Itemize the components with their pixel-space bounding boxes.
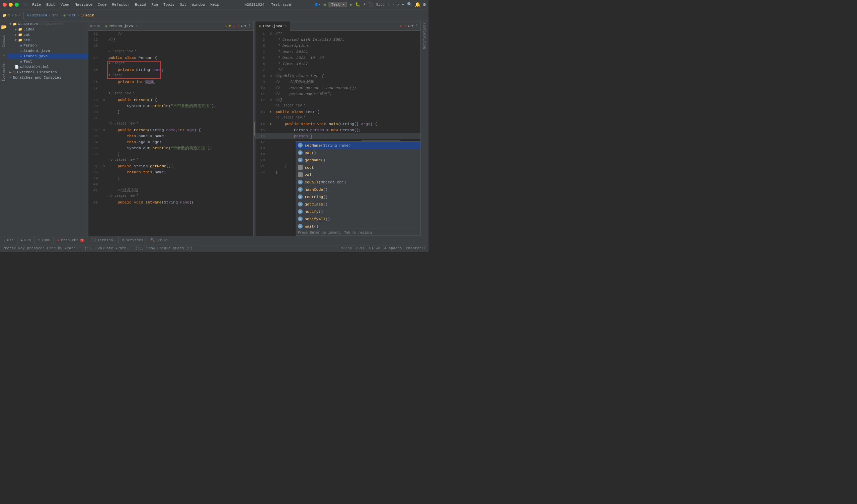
menu-git[interactable]: Git: [178, 3, 188, 7]
breadcrumb-method[interactable]: main: [85, 13, 94, 17]
charset[interactable]: UTF-8: [369, 246, 380, 250]
breadcrumb-class[interactable]: Test: [67, 13, 75, 17]
main-layout: 📂 Commit ≡ Bookmarks ▼ 📁 w20231024 D:\ja…: [0, 21, 428, 236]
sidebar-item-idea[interactable]: ▶ 📁 .idea: [8, 27, 88, 32]
sort-icon[interactable]: ⇅: [11, 13, 13, 17]
up-nav-icon[interactable]: ▲: [408, 24, 410, 28]
run-config[interactable]: Test ▾: [329, 2, 347, 7]
sidebar-item-scratches[interactable]: ✏ Scratches and Consoles: [8, 75, 88, 80]
menu-build[interactable]: Build: [133, 3, 148, 7]
bottom-tab-todo[interactable]: ☑ TODO: [34, 236, 54, 244]
split-vert-icon[interactable]: ⊞: [97, 24, 100, 28]
project-panel-icon[interactable]: 📂: [0, 23, 8, 31]
sidebar-item-tearch[interactable]: ☕ Tearch.java: [8, 53, 88, 59]
new-tab-icon[interactable]: ⊞: [90, 24, 93, 28]
project-icon[interactable]: 📁: [3, 13, 7, 17]
git-check2[interactable]: ✓: [392, 2, 395, 7]
config-icon[interactable]: ⚙: [15, 13, 17, 17]
tab-person[interactable]: ◉ Person.java ✕: [102, 21, 141, 31]
expand-icon: ▶: [10, 70, 11, 74]
menu-file[interactable]: File: [30, 3, 43, 7]
git-revert[interactable]: ↩: [402, 2, 404, 7]
iml-icon: 📄: [15, 65, 19, 69]
breadcrumb-project[interactable]: w20231024: [27, 13, 47, 17]
down-nav-icon[interactable]: ▼: [244, 24, 246, 28]
sidebar-item-test[interactable]: ◉ Test: [8, 59, 88, 64]
git-push[interactable]: ↗: [397, 2, 399, 7]
ac-item-wait[interactable]: m wait(): [296, 222, 420, 230]
menu-help[interactable]: Help: [208, 3, 221, 7]
tab-close-icon[interactable]: ✕: [136, 24, 137, 28]
bottom-tab-git[interactable]: ⑂ Git: [0, 236, 17, 244]
sidebar-item-external[interactable]: ▶ ⬡ External Libraries: [8, 70, 88, 75]
sidebar-item-iml[interactable]: 📄 w20231024.iml: [8, 64, 88, 70]
down-nav-icon[interactable]: ▼: [411, 24, 414, 28]
ac-item-setname[interactable]: m setName(String name) void: [296, 141, 420, 149]
sidebar-item-person[interactable]: ◉ Person: [8, 43, 88, 48]
stop-icon[interactable]: ⬛: [368, 2, 373, 7]
coverage-icon[interactable]: ⚡: [363, 2, 365, 7]
minimize-button[interactable]: [9, 3, 13, 7]
tab-test[interactable]: ◉ Test.java ✕: [255, 21, 290, 31]
menu-tools[interactable]: Tools: [161, 3, 177, 7]
method-icon: m: [298, 150, 303, 155]
bottom-tab-run[interactable]: ▶ Run: [17, 236, 34, 244]
ac-item-eat[interactable]: m eat() void: [296, 149, 420, 156]
sidebar-item-project[interactable]: ▼ 📁 w20231024 D:\javacode\: [8, 21, 88, 27]
ac-item-notifyall[interactable]: m notifyAll() void: [296, 215, 420, 222]
notifications-label[interactable]: Notifications: [423, 23, 426, 49]
menu-view[interactable]: View: [58, 3, 71, 7]
ac-item-val[interactable]: — val lombok.val name = expr: [296, 171, 420, 179]
commit-label[interactable]: Commit: [1, 34, 7, 49]
profile-icon[interactable]: 👤▾: [314, 3, 320, 7]
ac-item-equals[interactable]: m equals(Object obj) boolean: [296, 179, 420, 186]
close-button[interactable]: [3, 3, 7, 7]
collapse-icon[interactable]: ⊟: [8, 13, 10, 17]
git-check1[interactable]: ✓: [387, 2, 390, 7]
ac-item-notify[interactable]: m notify() void: [296, 208, 420, 215]
code-line-42: 42 public void setName(String name){: [88, 200, 253, 205]
bookmarks-label[interactable]: Bookmarks: [1, 62, 7, 83]
autocomplete-dropdown[interactable]: m setName(String name) void m eat() void…: [296, 141, 420, 236]
sidebar-item-student[interactable]: ☕ Student.java: [8, 48, 88, 53]
ac-item-hashcode[interactable]: m hashCode() int: [296, 186, 420, 193]
maximize-button[interactable]: [15, 3, 19, 7]
search-icon[interactable]: 🔍: [407, 2, 412, 7]
debug-icon[interactable]: 🐛: [355, 2, 360, 7]
bottom-tab-services[interactable]: ⚙ Services: [119, 236, 147, 244]
tab-close-icon[interactable]: ✕: [285, 24, 287, 28]
structure-icon[interactable]: ≡: [1, 51, 6, 59]
notification-icon[interactable]: 🔔: [415, 2, 420, 7]
bottom-tab-build[interactable]: 🔨 Build: [147, 236, 171, 244]
settings-icon[interactable]: ⚙: [423, 2, 426, 7]
close-sidebar-icon[interactable]: ✕: [18, 13, 20, 17]
code-line-39: 39 }: [88, 175, 253, 181]
menu-run[interactable]: Run: [149, 3, 160, 7]
up-nav-icon[interactable]: ▲: [241, 24, 243, 28]
bottom-tab-terminal[interactable]: ⬛ Terminal: [88, 236, 119, 244]
more-icon[interactable]: ⋮: [248, 24, 251, 28]
line-col[interactable]: 16:16: [341, 246, 352, 250]
line-ending[interactable]: CRLF: [356, 246, 365, 250]
code-line-r9: 9 // //实例化对象: [255, 79, 420, 85]
left-code-area[interactable]: 21 // 22 //} 23: [88, 31, 253, 236]
sidebar-item-src[interactable]: ▼ 📁 src: [8, 37, 88, 43]
split-icon[interactable]: ⊟: [94, 24, 97, 28]
indent[interactable]: 4 spaces: [384, 246, 402, 250]
menu-refactor[interactable]: Refactor: [110, 3, 132, 7]
sidebar-item-out[interactable]: ▶ 📁 out: [8, 32, 88, 37]
back-icon[interactable]: ◀: [323, 2, 326, 7]
bottom-tab-problems[interactable]: ● Problems 1: [54, 236, 88, 244]
breadcrumb-src[interactable]: src: [52, 13, 58, 17]
ac-item-getclass[interactable]: m getClass() Class<? extends Person>: [296, 200, 420, 208]
run-button[interactable]: ▶: [350, 2, 353, 7]
more-icon[interactable]: ⋮: [415, 24, 418, 28]
right-code-area[interactable]: 1 ⊙ /** 2 * Created with IntelliJ IDEA. …: [255, 31, 420, 236]
ac-item-sout[interactable]: — sout System.out.println(expr): [296, 164, 420, 171]
ac-item-tostring[interactable]: m toString() String: [296, 193, 420, 200]
menu-code[interactable]: Code: [96, 3, 108, 7]
menu-navigate[interactable]: Navigate: [73, 3, 95, 7]
ac-item-getname[interactable]: m getName() String: [296, 156, 420, 164]
menu-window[interactable]: Window: [190, 3, 207, 7]
menu-edit[interactable]: Edit: [44, 3, 57, 7]
